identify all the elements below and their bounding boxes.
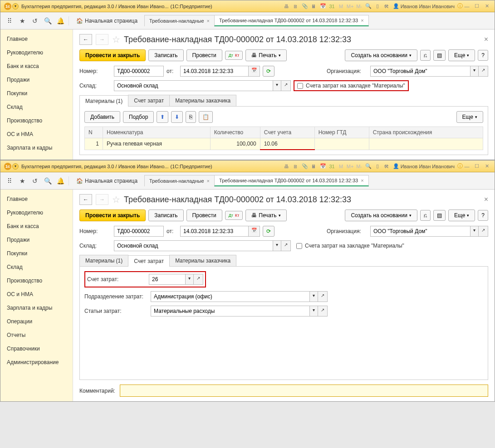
copy-button[interactable]: ⎘ <box>186 111 196 123</box>
m-icon[interactable]: M <box>338 163 345 170</box>
col-qty[interactable]: Количество <box>210 127 260 138</box>
col-n[interactable]: N <box>85 127 103 138</box>
table-more-button[interactable]: Еще ▾ <box>456 111 483 123</box>
close-window-icon[interactable]: ✕ <box>483 3 491 10</box>
zoom-icon[interactable]: 🔍 <box>365 163 372 170</box>
dt-kt-button[interactable]: ДтКт <box>225 51 243 60</box>
calendar-icon[interactable]: 📅 <box>319 3 327 10</box>
cost-accounts-checkbox[interactable] <box>297 83 303 89</box>
sidebar-item-production[interactable]: Производство <box>0 274 73 287</box>
dropdown-icon[interactable]: ▾ <box>273 240 281 251</box>
tab-list[interactable]: Требования-накладные × <box>144 175 215 186</box>
m-plus-icon[interactable]: M+ <box>347 3 354 10</box>
structure-button[interactable]: ⎌ <box>420 210 431 221</box>
warehouse-input[interactable] <box>114 80 273 91</box>
post-and-close-button[interactable]: Провести и закрыть <box>79 49 146 61</box>
sidebar-item-manager[interactable]: Руководителю <box>0 206 73 219</box>
add-row-button[interactable]: Добавить <box>84 111 120 123</box>
sidebar-item-payroll[interactable]: Зарплата и кадры <box>0 141 73 155</box>
col-country[interactable]: Страна происхождения <box>369 127 483 138</box>
dropdown-icon[interactable]: ▾ <box>309 306 318 317</box>
dropdown-icon[interactable]: ▾ <box>470 66 479 77</box>
calendar-picker-icon[interactable]: 📅 <box>248 226 260 237</box>
panel-icon[interactable]: ▯ <box>374 3 381 10</box>
cell-account[interactable]: 10.06 <box>260 138 314 150</box>
back-button[interactable]: ← <box>79 194 92 205</box>
close-content-icon[interactable]: × <box>484 35 488 44</box>
sidebar-item-purchases[interactable]: Покупки <box>0 247 73 260</box>
home-link[interactable]: 🏠 Начальная страница <box>73 16 141 26</box>
col-account[interactable]: Счет учета <box>260 127 314 138</box>
org-input[interactable] <box>370 226 470 237</box>
history-icon[interactable]: ↺ <box>30 176 39 185</box>
user-label[interactable]: 👤 Иванов Иван Иванович <box>393 163 455 169</box>
sidebar-item-payroll[interactable]: Зарплата и кадры <box>0 301 73 315</box>
table-row[interactable]: 1 Ручка гелевая черная 100,000 10.06 <box>85 138 483 150</box>
print-icon[interactable]: 🖶 <box>283 163 290 170</box>
apps-icon[interactable]: ⠿ <box>5 176 14 185</box>
move-up-button[interactable]: ⬆ <box>157 111 168 123</box>
calendar-icon[interactable]: 📅 <box>319 163 327 170</box>
open-icon[interactable]: ↗ <box>281 80 291 91</box>
tab-close-icon[interactable]: × <box>361 18 363 23</box>
sidebar-item-operations[interactable]: Операции <box>0 315 73 328</box>
help-button[interactable]: ? <box>478 50 488 61</box>
move-down-button[interactable]: ⬇ <box>171 111 183 123</box>
more-button[interactable]: Еще ▾ <box>448 49 475 61</box>
post-button[interactable]: Провести <box>186 209 222 221</box>
bell-icon[interactable]: 🔔 <box>56 176 65 185</box>
date-icon[interactable]: 31 <box>328 163 336 170</box>
tab-customer-materials[interactable]: Материалы заказчика <box>169 95 236 106</box>
wrench-icon[interactable]: 🛠 <box>383 3 390 10</box>
open-icon[interactable]: ↗ <box>479 66 488 77</box>
help-button[interactable]: ? <box>478 210 488 221</box>
open-icon[interactable]: ↗ <box>318 306 328 317</box>
dept-input[interactable] <box>151 291 309 302</box>
structure-button[interactable]: ⎌ <box>420 50 431 61</box>
forward-button[interactable]: → <box>96 34 108 45</box>
info-icon[interactable]: ⓘ <box>457 2 463 10</box>
sidebar-item-sales[interactable]: Продажи <box>0 73 73 87</box>
cell-item[interactable]: Ручка гелевая черная <box>103 138 211 150</box>
cell-gtd[interactable] <box>314 138 369 150</box>
sidebar-item-assets[interactable]: ОС и НМА <box>0 127 73 141</box>
tab-close-icon[interactable]: × <box>207 178 210 184</box>
back-button[interactable]: ← <box>79 34 92 45</box>
maximize-icon[interactable]: ☐ <box>473 3 481 10</box>
date-input[interactable] <box>180 226 248 237</box>
print-icon[interactable]: 🖶 <box>283 3 290 10</box>
apps-icon[interactable]: ⠿ <box>5 16 14 25</box>
col-gtd[interactable]: Номер ГТД <box>314 127 369 138</box>
comment-input[interactable] <box>120 385 488 397</box>
wrench-icon[interactable]: 🛠 <box>383 163 390 170</box>
tab-close-icon[interactable]: × <box>361 178 363 183</box>
history-icon[interactable]: ↺ <box>30 16 39 25</box>
panel-icon[interactable]: ▯ <box>374 163 381 170</box>
tab-materials[interactable]: Материалы (1) <box>79 95 128 107</box>
dt-kt-button[interactable]: ДтКт <box>225 211 243 220</box>
print-button[interactable]: 🖶 Печать ▾ <box>245 49 286 61</box>
sidebar-item-reports[interactable]: Отчеты <box>0 328 73 342</box>
favorite-star-icon[interactable]: ☆ <box>112 34 120 45</box>
sidebar-item-warehouse[interactable]: Склад <box>0 260 73 274</box>
attach-icon[interactable]: 📎 <box>301 3 309 10</box>
dropdown-icon[interactable]: ▾ <box>273 80 281 91</box>
sidebar-item-main[interactable]: Главное <box>0 192 73 206</box>
cost-accounts-checkbox[interactable] <box>296 243 302 249</box>
tab-cost-account[interactable]: Счет затрат <box>128 95 170 106</box>
tab-document[interactable]: Требование-накладная ТД00-000002 от 14.0… <box>214 15 369 26</box>
m-icon[interactable]: M <box>338 3 345 10</box>
save-button[interactable]: Записать <box>148 49 183 61</box>
forward-button[interactable]: → <box>96 194 108 205</box>
cost-account-input[interactable] <box>149 274 185 285</box>
app-menu-dropdown[interactable]: ▾ <box>12 3 19 10</box>
dropdown-icon[interactable]: ▾ <box>309 291 318 302</box>
dropdown-icon[interactable]: ▾ <box>470 226 479 237</box>
info-icon[interactable]: ⓘ <box>457 162 463 170</box>
sidebar-item-assets[interactable]: ОС и НМА <box>0 287 73 301</box>
search-icon[interactable]: 🔍 <box>43 176 52 185</box>
report-button[interactable]: ▤ <box>433 210 446 221</box>
attach-icon[interactable]: 📎 <box>301 163 309 170</box>
paste-button[interactable]: 📋 <box>199 111 213 123</box>
create-based-button[interactable]: Создать на основании ▾ <box>345 49 417 61</box>
